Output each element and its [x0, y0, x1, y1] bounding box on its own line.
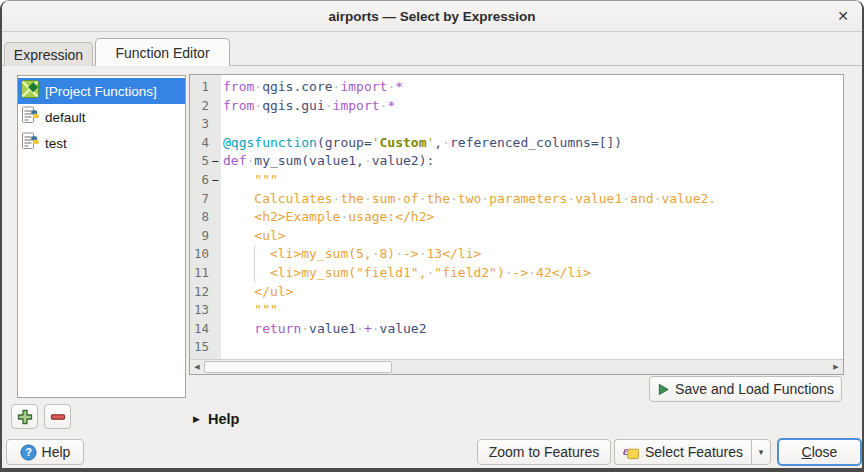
line-number: 8 [190, 208, 209, 227]
close-button-label: Close [802, 444, 838, 460]
code-line-text: <li>my_sum("field1",·"field2")·->·42</li… [221, 264, 591, 283]
python-file-icon [21, 106, 39, 128]
line-number: 1 [190, 78, 209, 97]
line-number: 4 [190, 134, 209, 153]
fold-margin [209, 78, 221, 97]
svg-text:ε: ε [623, 444, 628, 458]
help-question-icon: ? [20, 444, 37, 461]
line-number: 10 [190, 245, 209, 264]
code-lines: 1from·qgis.core·import·*2from·qgis.gui·i… [190, 78, 843, 357]
code-line-text: """ [221, 301, 278, 320]
code-line[interactable]: 8 <h2>Example·usage:</h2> [190, 208, 843, 227]
scrollbar-left-arrow-icon[interactable]: ◀ [190, 360, 204, 374]
function-list-item[interactable]: test [18, 130, 185, 156]
line-number: 6 [190, 171, 209, 190]
zoom-to-features-button[interactable]: Zoom to Features [477, 439, 611, 465]
code-line[interactable]: 1from·qgis.core·import·* [190, 78, 843, 97]
code-line[interactable]: 14 return·value1·+·value2 [190, 320, 843, 339]
function-list-item-label: test [45, 136, 67, 151]
fold-margin [209, 134, 221, 153]
fold-marker-icon[interactable]: − [209, 171, 221, 190]
fold-margin [209, 208, 221, 227]
line-number: 7 [190, 190, 209, 209]
line-number: 15 [190, 338, 209, 357]
fold-margin [209, 227, 221, 246]
code-line-text: <li>my_sum(5,·8)·->·13</li> [221, 245, 481, 264]
help-disclosure[interactable]: ▶ Help [193, 409, 239, 429]
disclosure-triangle-icon: ▶ [193, 414, 200, 424]
line-number: 11 [190, 264, 209, 283]
function-list-item[interactable]: [Project Functions] [18, 78, 185, 104]
svg-text:?: ? [25, 446, 32, 458]
line-number: 3 [190, 115, 209, 134]
dropdown-arrow-icon: ▾ [759, 447, 764, 457]
code-line-text [221, 115, 223, 134]
code-line-text: """ [221, 171, 278, 190]
fold-margin [209, 301, 221, 320]
scrollbar-thumb[interactable] [204, 361, 392, 373]
line-number: 9 [190, 227, 209, 246]
code-line-text: @qgsfunction(group='Custom',·referenced_… [221, 134, 622, 153]
help-button-label: Help [42, 444, 71, 460]
close-button[interactable]: Close [777, 438, 862, 466]
fold-margin [209, 283, 221, 302]
code-line[interactable]: 10 <li>my_sum(5,·8)·->·13</li> [190, 245, 843, 264]
function-list-item-label: [Project Functions] [45, 84, 157, 99]
code-line[interactable]: 5−def·my_sum(value1,·value2): [190, 152, 843, 171]
run-icon [657, 383, 670, 396]
line-number: 13 [190, 301, 209, 320]
scrollbar-right-arrow-icon[interactable]: ▶ [829, 360, 843, 374]
select-features-dropdown-button[interactable]: ▾ [751, 439, 771, 465]
line-number: 2 [190, 97, 209, 116]
code-line[interactable]: 4@qgsfunction(group='Custom',·referenced… [190, 134, 843, 153]
function-list-item[interactable]: default [18, 104, 185, 130]
save-and-load-functions-label: Save and Load Functions [675, 381, 834, 397]
fold-margin [209, 115, 221, 134]
add-function-button[interactable] [11, 404, 38, 429]
plus-icon [17, 409, 33, 425]
select-features-label: Select Features [645, 444, 743, 460]
code-line-text: </ul> [221, 283, 293, 302]
select-by-expression-dialog: airports — Select by Expression ✕ Expres… [0, 0, 864, 472]
window-close-icon[interactable]: ✕ [832, 5, 854, 27]
code-line[interactable]: 7 Calculates·the·sum·of·the·two·paramete… [190, 190, 843, 209]
line-number: 14 [190, 320, 209, 339]
titlebar[interactable]: airports — Select by Expression ✕ [2, 1, 862, 32]
code-line-text [221, 338, 223, 357]
help-button[interactable]: ? Help [6, 439, 84, 465]
code-line[interactable]: 13 """ [190, 301, 843, 320]
code-line-text: Calculates·the·sum·of·the·two·parameters… [221, 190, 716, 209]
fold-margin [209, 97, 221, 116]
code-line-text: <h2>Example·usage:</h2> [221, 208, 434, 227]
horizontal-scrollbar[interactable]: ◀ ▶ [190, 359, 843, 374]
tab-expression[interactable]: Expression [4, 42, 93, 66]
code-line-text: return·value1·+·value2 [221, 320, 427, 339]
select-features-button[interactable]: ε Select Features [614, 439, 751, 465]
fold-margin [209, 190, 221, 209]
fold-margin [209, 338, 221, 357]
code-line[interactable]: 3 [190, 115, 843, 134]
code-editor[interactable]: 1from·qgis.core·import·*2from·qgis.gui·i… [189, 74, 844, 375]
code-line[interactable]: 6− """ [190, 171, 843, 190]
select-by-expression-icon: ε [623, 444, 640, 460]
fold-marker-icon[interactable]: − [209, 152, 221, 171]
function-list[interactable]: [Project Functions]defaulttest [17, 75, 186, 398]
code-line[interactable]: 15 [190, 338, 843, 357]
code-line[interactable]: 9 <ul> [190, 227, 843, 246]
fold-margin [209, 264, 221, 283]
line-number: 5 [190, 152, 209, 171]
code-line[interactable]: 11 <li>my_sum("field1",·"field2")·->·42<… [190, 264, 843, 283]
fold-margin [209, 245, 221, 264]
remove-function-button[interactable] [44, 404, 71, 429]
code-line[interactable]: 12 </ul> [190, 283, 843, 302]
code-line-text: from·qgis.gui·import·* [221, 97, 395, 116]
code-line[interactable]: 2from·qgis.gui·import·* [190, 97, 843, 116]
code-line-text: def·my_sum(value1,·value2): [221, 152, 434, 171]
code-line-text: <ul> [221, 227, 286, 246]
window-title: airports — Select by Expression [328, 9, 535, 24]
select-features-split-button: ε Select Features ▾ [614, 439, 771, 465]
save-and-load-functions-button[interactable]: Save and Load Functions [649, 376, 842, 402]
python-file-icon [21, 132, 39, 154]
tab-function-editor[interactable]: Function Editor [95, 38, 230, 66]
help-disclosure-label: Help [208, 411, 239, 427]
